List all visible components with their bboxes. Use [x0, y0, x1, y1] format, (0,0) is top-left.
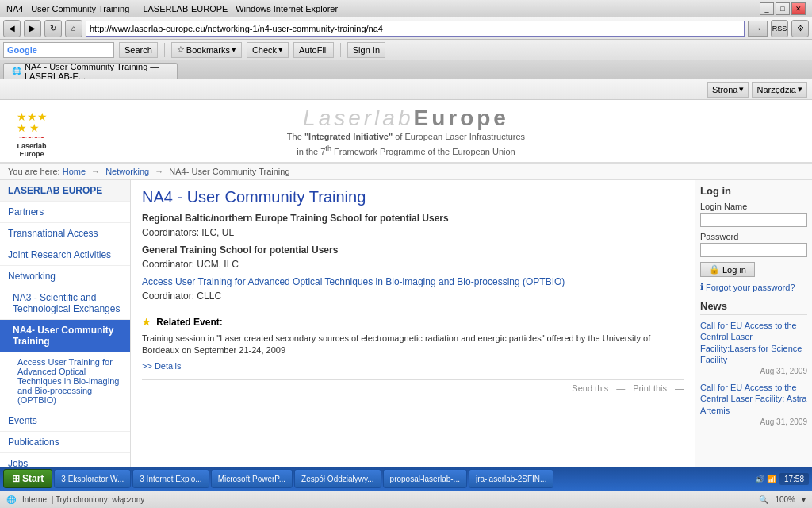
sidebar-link-na3[interactable]: NA3 - Scientific and Technological Excha…: [13, 292, 120, 314]
breadcrumb-arrow1: →: [91, 167, 100, 176]
sidebar-link-laserlab[interactable]: LASERLAB EUROPE: [8, 185, 102, 196]
sidebar-link-na4[interactable]: NA4- User Community Training: [13, 325, 113, 347]
sidebar-link-optbio[interactable]: Access User Training for Advanced Optica…: [17, 357, 119, 405]
lock-icon: 🔒: [709, 264, 720, 275]
content-line2: Coordinators: ILC, UL: [142, 227, 684, 238]
minimize-button[interactable]: _: [760, 2, 774, 15]
breadcrumb-home[interactable]: Home: [63, 167, 86, 176]
rss-button[interactable]: RSS: [771, 20, 788, 37]
check-button[interactable]: Check ▾: [247, 42, 289, 58]
news-section: News Call for EU Access to the Central L…: [700, 300, 807, 426]
sidebar-item-transnational[interactable]: Transnational Access: [0, 223, 130, 244]
send-this-link[interactable]: Send this: [572, 383, 608, 393]
logo-wave: 〜〜〜〜: [19, 133, 44, 142]
news-title: News: [700, 300, 807, 315]
restore-button[interactable]: □: [776, 2, 790, 15]
address-bar: ◀ ▶ ↻ ⌂ → RSS ⚙: [0, 17, 812, 40]
start-button[interactable]: ⊞ Start: [3, 469, 52, 488]
taskbar-btn-4[interactable]: Zespół Oddziaływy...: [294, 469, 381, 488]
google-logo: Google: [7, 45, 37, 55]
sidebar-link-partners[interactable]: Partners: [8, 206, 44, 217]
taskbar-icons: 🔊 📶: [755, 475, 776, 483]
content-wrapper: LASERLAB EUROPE Partners Transnational A…: [0, 180, 812, 491]
taskbar-btn-2[interactable]: 3 Internet Explo...: [132, 469, 209, 488]
address-input[interactable]: [86, 21, 745, 37]
site-header: ★★★★ ★ 〜〜〜〜 Laserlab Europe LaserlabEuro…: [0, 100, 812, 164]
news-item-2: Call for EU Access to the Central Laser …: [700, 382, 807, 426]
content-line5: Coordinator: CLLC: [142, 291, 684, 302]
toolbar-separator: [164, 43, 165, 57]
autofill-button[interactable]: AutoFill: [293, 42, 334, 58]
sidebar-item-na3[interactable]: NA3 - Scientific and Technological Excha…: [0, 287, 130, 320]
sidebar-link-joint-research[interactable]: Joint Research Activities: [8, 249, 111, 260]
login-title: Log in: [700, 185, 807, 197]
news-link-2[interactable]: Call for EU Access to the Central Laser …: [700, 382, 807, 416]
back-button[interactable]: ◀: [3, 20, 21, 37]
settings-button[interactable]: ⚙: [791, 20, 809, 37]
right-panel: Log in Login Name Password 🔒 Log in ℹ Fo…: [695, 180, 812, 491]
sidebar-item-publications[interactable]: Publications: [0, 432, 130, 453]
taskbar-right: 🔊 📶 17:58: [755, 473, 809, 485]
sidebar-item-joint-research[interactable]: Joint Research Activities: [0, 244, 130, 266]
taskbar-btn-1[interactable]: 3 Eksplorator W...: [54, 469, 131, 488]
site-title-bold: Europe: [413, 106, 508, 130]
search-button[interactable]: Search: [119, 42, 158, 58]
google-search-box[interactable]: Google: [3, 42, 114, 58]
toolbar-sep2: [340, 43, 341, 57]
zoom-chevron: ▾: [802, 495, 806, 504]
bookmarks-button[interactable]: ☆ Bookmarks ▾: [171, 42, 242, 58]
news-date-1: Aug 31, 2009: [700, 367, 807, 375]
sidebar-item-laserlab[interactable]: LASERLAB EUROPE: [0, 180, 130, 202]
main-content: NA4 - User Community Training Regional B…: [131, 180, 695, 491]
refresh-button[interactable]: ↻: [44, 20, 62, 37]
login-name-input[interactable]: [700, 213, 807, 227]
news-date-2: Aug 31, 2009: [700, 418, 807, 426]
narzedzia-button[interactable]: Narzędzia ▾: [752, 82, 807, 98]
sidebar-link-events[interactable]: Events: [8, 415, 37, 426]
sidebar-item-na4[interactable]: NA4- User Community Training: [0, 320, 130, 352]
zoom-level: 100%: [775, 495, 795, 504]
taskbar-btn-5[interactable]: proposal-laserlab-...: [383, 469, 467, 488]
home-button[interactable]: ⌂: [65, 20, 82, 37]
sidebar-link-networking[interactable]: Networking: [8, 271, 56, 282]
info-icon: ℹ: [700, 282, 703, 292]
sidebar-link-transnational[interactable]: Transnational Access: [8, 228, 98, 239]
details-link[interactable]: >> Details: [142, 361, 182, 371]
star-icon: ★: [142, 317, 151, 328]
print-this-link[interactable]: Print this: [633, 383, 667, 393]
status-text: Internet | Tryb chroniony: włączony: [22, 495, 144, 504]
dash-end: —: [675, 383, 684, 393]
close-button[interactable]: ✕: [791, 2, 806, 15]
go-button[interactable]: →: [748, 21, 768, 37]
sidebar-item-partners[interactable]: Partners: [0, 202, 130, 223]
forward-button[interactable]: ▶: [24, 20, 41, 37]
sidebar: LASERLAB EUROPE Partners Transnational A…: [0, 180, 131, 491]
taskbar-btn-3[interactable]: Microsoft PowerP...: [211, 469, 293, 488]
forgot-password-link[interactable]: ℹ Forgot your password?: [700, 282, 807, 292]
taskbar: ⊞ Start 3 Eksplorator W... 3 Internet Ex…: [0, 467, 812, 491]
training-text: Training session in "Laser created secon…: [142, 333, 684, 357]
send-print-bar: Send this — Print this —: [142, 379, 684, 393]
breadcrumb-networking[interactable]: Networking: [105, 167, 149, 176]
signin-button[interactable]: Sign In: [347, 42, 385, 58]
content-line3: General Training School for potential Us…: [142, 244, 684, 256]
password-input[interactable]: [700, 243, 807, 257]
taskbar-btn-6[interactable]: jra-laserlab-2SFIN...: [469, 469, 553, 488]
content-line1: Regional Baltic/northern Europe Training…: [142, 213, 684, 224]
news-link-1[interactable]: Call for EU Access to the Central Laser …: [700, 320, 807, 365]
windows-icon: ⊞: [12, 473, 20, 484]
login-button[interactable]: 🔒 Log in: [700, 262, 755, 277]
window-controls[interactable]: _ □ ✕: [760, 2, 806, 15]
active-tab[interactable]: 🌐 NA4 - User Community Training — LASERL…: [3, 63, 178, 79]
sidebar-link-publications[interactable]: Publications: [8, 437, 59, 448]
login-name-label: Login Name: [700, 202, 807, 211]
sidebar-item-networking[interactable]: Networking: [0, 266, 130, 287]
breadcrumb-arrow2: →: [155, 167, 163, 176]
strona-button[interactable]: Strona ▾: [707, 82, 749, 98]
optbio-link[interactable]: Access User Training for Advanced Optica…: [142, 276, 565, 287]
login-box: Log in Login Name Password 🔒 Log in ℹ Fo…: [700, 185, 807, 292]
window-title: NA4 - User Community Training — LASERLAB…: [6, 4, 760, 13]
sidebar-item-optbio[interactable]: Access User Training for Advanced Optica…: [0, 352, 130, 410]
site-title: LaserlabEurope: [303, 106, 509, 131]
sidebar-item-events[interactable]: Events: [0, 410, 130, 432]
